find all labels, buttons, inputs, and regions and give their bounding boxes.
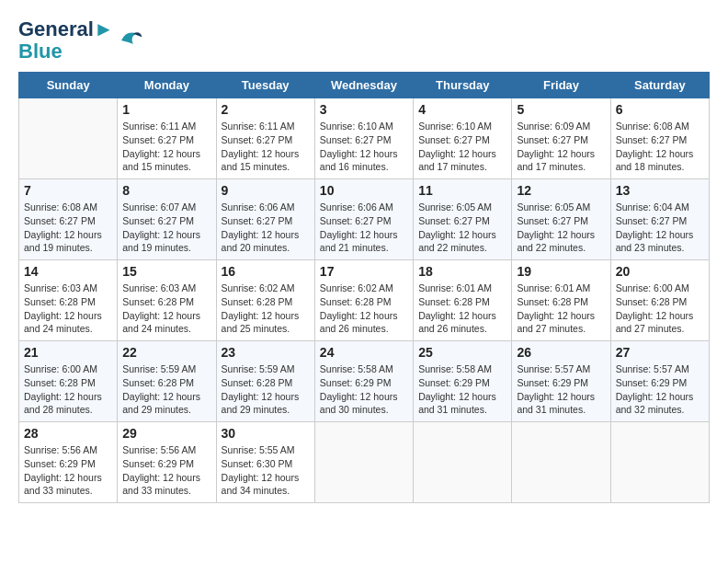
page-header: General►Blue (18, 18, 710, 63)
calendar-cell: 7Sunrise: 6:08 AMSunset: 6:27 PMDaylight… (19, 179, 118, 260)
calendar-cell: 25Sunrise: 5:58 AMSunset: 6:29 PMDayligh… (414, 341, 512, 422)
day-number: 24 (320, 345, 408, 360)
day-info: Sunrise: 6:09 AMSunset: 6:27 PMDaylight:… (517, 120, 605, 174)
week-row-4: 28Sunrise: 5:56 AMSunset: 6:29 PMDayligh… (19, 422, 710, 503)
day-number: 14 (24, 264, 112, 279)
day-number: 7 (24, 183, 112, 198)
calendar-cell: 10Sunrise: 6:06 AMSunset: 6:27 PMDayligh… (314, 179, 413, 260)
column-header-sunday: Sunday (19, 73, 118, 98)
calendar-cell: 5Sunrise: 6:09 AMSunset: 6:27 PMDaylight… (512, 98, 610, 179)
day-number: 25 (418, 345, 506, 360)
day-number: 29 (122, 426, 210, 441)
day-number: 1 (122, 102, 210, 117)
day-info: Sunrise: 6:05 AMSunset: 6:27 PMDaylight:… (418, 201, 506, 255)
day-number: 11 (418, 183, 506, 198)
day-info: Sunrise: 6:11 AMSunset: 6:27 PMDaylight:… (122, 120, 210, 174)
day-info: Sunrise: 6:11 AMSunset: 6:27 PMDaylight:… (222, 120, 310, 174)
day-info: Sunrise: 6:04 AMSunset: 6:27 PMDaylight:… (616, 201, 704, 255)
day-info: Sunrise: 6:01 AMSunset: 6:28 PMDaylight:… (517, 282, 605, 336)
day-info: Sunrise: 6:10 AMSunset: 6:27 PMDaylight:… (418, 120, 506, 174)
calendar-cell: 14Sunrise: 6:03 AMSunset: 6:28 PMDayligh… (19, 260, 118, 341)
week-row-0: 1Sunrise: 6:11 AMSunset: 6:27 PMDaylight… (19, 98, 710, 179)
column-header-tuesday: Tuesday (216, 73, 314, 98)
week-row-3: 21Sunrise: 6:00 AMSunset: 6:28 PMDayligh… (19, 341, 710, 422)
week-row-2: 14Sunrise: 6:03 AMSunset: 6:28 PMDayligh… (19, 260, 710, 341)
calendar-cell (19, 98, 118, 179)
day-number: 26 (517, 345, 605, 360)
day-info: Sunrise: 6:08 AMSunset: 6:27 PMDaylight:… (616, 120, 704, 174)
day-number: 15 (122, 264, 210, 279)
day-number: 23 (222, 345, 310, 360)
day-info: Sunrise: 6:02 AMSunset: 6:28 PMDaylight:… (222, 282, 310, 336)
calendar-cell: 16Sunrise: 6:02 AMSunset: 6:28 PMDayligh… (216, 260, 314, 341)
day-info: Sunrise: 5:59 AMSunset: 6:28 PMDaylight:… (122, 362, 210, 417)
day-number: 16 (222, 264, 310, 279)
day-number: 22 (122, 345, 210, 360)
day-number: 3 (320, 102, 408, 117)
calendar-cell: 17Sunrise: 6:02 AMSunset: 6:28 PMDayligh… (314, 260, 413, 341)
day-info: Sunrise: 6:02 AMSunset: 6:28 PMDaylight:… (320, 282, 408, 336)
day-number: 28 (24, 426, 112, 441)
calendar-cell: 27Sunrise: 5:57 AMSunset: 6:29 PMDayligh… (610, 341, 709, 422)
day-info: Sunrise: 6:06 AMSunset: 6:27 PMDaylight:… (222, 201, 310, 255)
calendar-cell: 9Sunrise: 6:06 AMSunset: 6:27 PMDaylight… (216, 179, 314, 260)
calendar-cell: 28Sunrise: 5:56 AMSunset: 6:29 PMDayligh… (19, 422, 118, 503)
calendar-cell: 19Sunrise: 6:01 AMSunset: 6:28 PMDayligh… (512, 260, 610, 341)
calendar-cell: 4Sunrise: 6:10 AMSunset: 6:27 PMDaylight… (414, 98, 512, 179)
day-info: Sunrise: 6:05 AMSunset: 6:27 PMDaylight:… (517, 201, 605, 255)
day-number: 5 (517, 102, 605, 117)
calendar-cell: 6Sunrise: 6:08 AMSunset: 6:27 PMDaylight… (610, 98, 709, 179)
calendar-header-row: SundayMondayTuesdayWednesdayThursdayFrid… (19, 73, 710, 98)
day-number: 27 (616, 345, 704, 360)
day-info: Sunrise: 6:00 AMSunset: 6:28 PMDaylight:… (24, 362, 112, 417)
day-number: 8 (122, 183, 210, 198)
calendar-cell: 18Sunrise: 6:01 AMSunset: 6:28 PMDayligh… (414, 260, 512, 341)
day-number: 4 (418, 102, 506, 117)
calendar-cell: 30Sunrise: 5:55 AMSunset: 6:30 PMDayligh… (216, 422, 314, 503)
day-number: 21 (24, 345, 112, 360)
day-info: Sunrise: 5:57 AMSunset: 6:29 PMDaylight:… (616, 362, 704, 417)
calendar-cell (512, 422, 610, 503)
calendar-cell (414, 422, 512, 503)
day-number: 13 (616, 183, 704, 198)
day-number: 9 (222, 183, 310, 198)
calendar-cell: 8Sunrise: 6:07 AMSunset: 6:27 PMDaylight… (118, 179, 216, 260)
calendar-cell: 29Sunrise: 5:56 AMSunset: 6:29 PMDayligh… (118, 422, 216, 503)
logo-bird-icon (116, 27, 143, 54)
day-number: 19 (517, 264, 605, 279)
calendar-cell: 26Sunrise: 5:57 AMSunset: 6:29 PMDayligh… (512, 341, 610, 422)
week-row-1: 7Sunrise: 6:08 AMSunset: 6:27 PMDaylight… (19, 179, 710, 260)
calendar-cell: 21Sunrise: 6:00 AMSunset: 6:28 PMDayligh… (19, 341, 118, 422)
calendar-cell: 20Sunrise: 6:00 AMSunset: 6:28 PMDayligh… (610, 260, 709, 341)
calendar-cell: 2Sunrise: 6:11 AMSunset: 6:27 PMDaylight… (216, 98, 314, 179)
day-number: 12 (517, 183, 605, 198)
calendar-table: SundayMondayTuesdayWednesdayThursdayFrid… (18, 72, 710, 503)
column-header-thursday: Thursday (414, 73, 512, 98)
day-info: Sunrise: 5:57 AMSunset: 6:29 PMDaylight:… (517, 362, 605, 417)
day-number: 20 (616, 264, 704, 279)
day-info: Sunrise: 5:56 AMSunset: 6:29 PMDaylight:… (24, 443, 112, 498)
day-info: Sunrise: 5:55 AMSunset: 6:30 PMDaylight:… (222, 443, 310, 498)
calendar-cell: 22Sunrise: 5:59 AMSunset: 6:28 PMDayligh… (118, 341, 216, 422)
day-info: Sunrise: 6:06 AMSunset: 6:27 PMDaylight:… (320, 201, 408, 255)
calendar-cell: 12Sunrise: 6:05 AMSunset: 6:27 PMDayligh… (512, 179, 610, 260)
day-info: Sunrise: 6:08 AMSunset: 6:27 PMDaylight:… (24, 201, 112, 255)
calendar-cell: 23Sunrise: 5:59 AMSunset: 6:28 PMDayligh… (216, 341, 314, 422)
calendar-cell (610, 422, 709, 503)
day-number: 10 (320, 183, 408, 198)
day-info: Sunrise: 6:03 AMSunset: 6:28 PMDaylight:… (122, 282, 210, 336)
day-info: Sunrise: 6:10 AMSunset: 6:27 PMDaylight:… (320, 120, 408, 174)
column-header-friday: Friday (512, 73, 610, 98)
calendar-cell: 11Sunrise: 6:05 AMSunset: 6:27 PMDayligh… (414, 179, 512, 260)
column-header-wednesday: Wednesday (314, 73, 413, 98)
day-number: 30 (222, 426, 310, 441)
day-number: 2 (222, 102, 310, 117)
day-info: Sunrise: 6:03 AMSunset: 6:28 PMDaylight:… (24, 282, 112, 336)
day-info: Sunrise: 6:01 AMSunset: 6:28 PMDaylight:… (418, 282, 506, 336)
day-info: Sunrise: 5:58 AMSunset: 6:29 PMDaylight:… (418, 362, 506, 417)
calendar-cell: 13Sunrise: 6:04 AMSunset: 6:27 PMDayligh… (610, 179, 709, 260)
calendar-cell: 24Sunrise: 5:58 AMSunset: 6:29 PMDayligh… (314, 341, 413, 422)
day-info: Sunrise: 6:00 AMSunset: 6:28 PMDaylight:… (616, 282, 704, 336)
calendar-body: 1Sunrise: 6:11 AMSunset: 6:27 PMDaylight… (19, 98, 710, 503)
day-number: 17 (320, 264, 408, 279)
